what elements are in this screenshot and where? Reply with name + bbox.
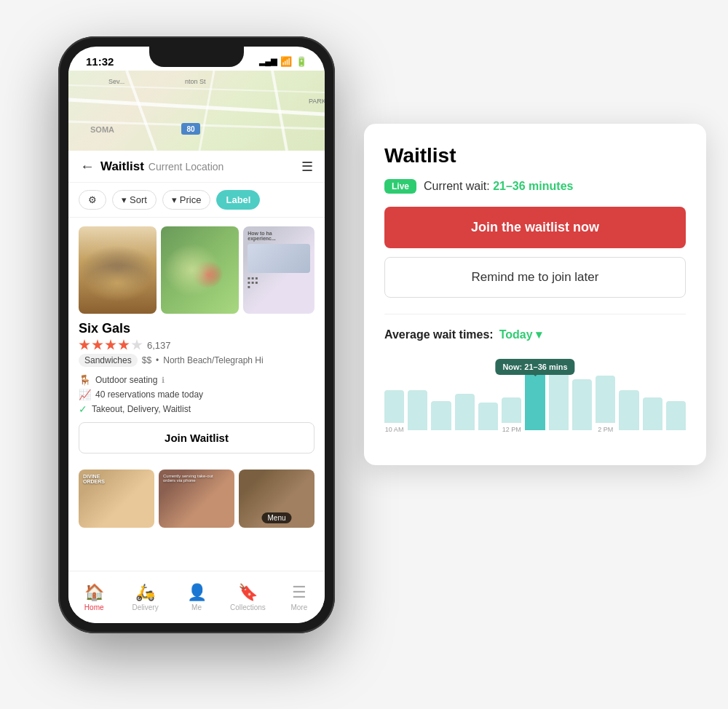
bar-0 — [384, 390, 404, 423]
profile-icon: 👤 — [187, 583, 207, 602]
header-title: Waitlist — [100, 159, 144, 174]
avg-wait-header: Average wait times: Today ▾ — [384, 328, 686, 341]
waitlist-title: Waitlist — [384, 144, 686, 167]
bar-5 — [502, 397, 521, 423]
restaurant-name: Six Gals — [79, 321, 314, 336]
tags-row: Sandwiches $$ • North Beach/Telegraph Hi — [79, 354, 314, 367]
avg-wait-label: Average wait times: — [384, 328, 494, 341]
more-icon: ☰ — [292, 583, 306, 602]
collections-label: Collections — [230, 603, 266, 611]
header-subtitle: Current Location — [149, 161, 224, 173]
info-icon-circle: ℹ — [162, 376, 165, 385]
article-text: How to haexperienc... — [248, 231, 276, 241]
nav-collections[interactable]: 🔖 Collections — [222, 577, 273, 617]
wait-label: Current wait: 21–36 minutes — [424, 180, 573, 193]
join-waitlist-button[interactable]: Join Waitlist — [79, 422, 314, 453]
status-time: 11:32 — [86, 55, 114, 68]
live-badge: Live — [384, 179, 416, 194]
star-4 — [118, 339, 130, 351]
food-image-salad — [161, 226, 239, 314]
current-time-bar: Now: 21–36 mins — [525, 365, 545, 430]
category-tag: Sandwiches — [79, 354, 138, 367]
outdoor-icon: 🪑 — [79, 374, 91, 386]
reservations-row: 📈 40 reservations made today — [79, 389, 314, 400]
price-label: Price — [180, 194, 202, 205]
nav-me[interactable]: 👤 Me — [171, 577, 222, 617]
restaurant-section: How to haexperienc... ■ ■ ■■ ■ ■■ Six Ga… — [68, 218, 325, 462]
restaurant-images: How to haexperienc... ■ ■ ■■ ■ ■■ — [79, 226, 314, 314]
nav-home[interactable]: 🏠 Home — [68, 577, 119, 617]
food-image-sandwich — [79, 226, 157, 314]
sort-label: Sort — [130, 194, 147, 205]
today-label: Today — [499, 328, 533, 341]
delivery-label: Delivery — [132, 603, 159, 611]
bar-column-8 — [572, 379, 592, 433]
bar-column-2 — [431, 401, 451, 433]
bar-column-10 — [619, 390, 638, 433]
services-row: ✓ Takeout, Delivery, Waitlist — [79, 403, 314, 415]
delivery-icon: 🛵 — [135, 583, 155, 602]
menu-icon[interactable]: ☰ — [301, 159, 313, 175]
price-button[interactable]: ▾ Price — [162, 190, 211, 210]
bar-4 — [478, 403, 498, 430]
bookmark-icon: 🔖 — [238, 583, 258, 602]
filter-icon-button[interactable]: ⚙ — [79, 190, 106, 210]
label-text: Label — [226, 194, 250, 205]
today-dropdown[interactable]: Today ▾ — [499, 328, 542, 341]
status-icons: ▂▄▆ 📶 🔋 — [259, 56, 307, 67]
review-count: 6,137 — [147, 340, 171, 351]
dropdown-chevron: ▾ — [536, 328, 542, 341]
join-waitlist-now-button[interactable]: Join the waitlist now — [384, 207, 686, 248]
bar-column-9: 2 PM — [596, 376, 615, 433]
bar-9 — [596, 376, 615, 423]
bar-1 — [408, 390, 427, 430]
price-indicator: $$ — [142, 355, 151, 365]
label-button[interactable]: Label — [216, 190, 260, 210]
svg-line-0 — [68, 100, 325, 114]
sort-button[interactable]: ▾ Sort — [112, 190, 157, 210]
bar-column-0: 10 AM — [384, 390, 404, 433]
map-area: SOMA 80 Sev... nton St PARK — [68, 71, 325, 151]
back-button[interactable]: ← — [80, 158, 95, 175]
article-thumbnail: How to haexperienc... ■ ■ ■■ ■ ■■ — [243, 226, 314, 314]
phone-screen: 11:32 ▂▄▆ 📶 🔋 SOMA — [68, 47, 325, 623]
wait-time-chart: 10 AM12 PMNow: 21–36 mins2 PM — [384, 353, 686, 448]
filter-bar: ⚙ ▾ Sort ▾ Price Label — [68, 183, 325, 218]
services-text: Takeout, Delivery, Waitlist — [92, 404, 191, 414]
star-rating — [79, 339, 143, 351]
home-icon: 🏠 — [84, 583, 104, 602]
waitlist-panel: Waitlist Live Current wait: 21–36 minute… — [364, 124, 706, 465]
bar-column-11 — [643, 397, 662, 433]
svg-text:nton St: nton St — [185, 78, 206, 85]
sort-chevron-icon: ▾ — [122, 194, 127, 205]
svg-text:SOMA: SOMA — [90, 125, 114, 134]
phone-container: 11:32 ▂▄▆ 📶 🔋 SOMA — [58, 36, 335, 633]
bar-8 — [572, 379, 592, 430]
wait-time-value: 21–36 minutes — [493, 180, 573, 192]
bottom-restaurant-1: DIVINEORDERS — [79, 470, 154, 528]
svg-text:PARK: PARK — [309, 98, 325, 105]
wifi-icon: 📶 — [280, 56, 292, 67]
bar-column-12 — [666, 401, 686, 433]
app-header: ← Waitlist Current Location ☰ — [68, 151, 325, 183]
nav-delivery[interactable]: 🛵 Delivery — [119, 577, 170, 617]
bar-12 — [666, 401, 686, 430]
home-label: Home — [84, 603, 104, 611]
current-wait-label: Current wait: — [424, 180, 490, 192]
nav-more[interactable]: ☰ More — [274, 577, 325, 617]
avg-wait-section: Average wait times: Today ▾ 10 AM12 PMNo… — [384, 314, 686, 448]
star-2 — [92, 339, 103, 351]
chart-icon: 📈 — [79, 389, 91, 400]
bottom-restaurant-3: Menu — [239, 470, 314, 528]
signal-icon: ▂▄▆ — [259, 57, 277, 66]
bottom-restaurant-2: Currently serving take-outorders via pho… — [159, 470, 234, 528]
bar-column-1 — [408, 390, 427, 433]
bottom-navigation: 🏠 Home 🛵 Delivery 👤 Me 🔖 Collections ☰ — [68, 571, 325, 623]
remind-later-button[interactable]: Remind me to join later — [384, 257, 686, 298]
sliders-icon: ⚙ — [88, 194, 97, 205]
battery-icon: 🔋 — [296, 56, 307, 67]
bar-column-5: 12 PM — [502, 397, 521, 433]
bar-10 — [619, 390, 638, 430]
phone-notch — [149, 47, 244, 67]
price-chevron-icon: ▾ — [172, 194, 177, 205]
